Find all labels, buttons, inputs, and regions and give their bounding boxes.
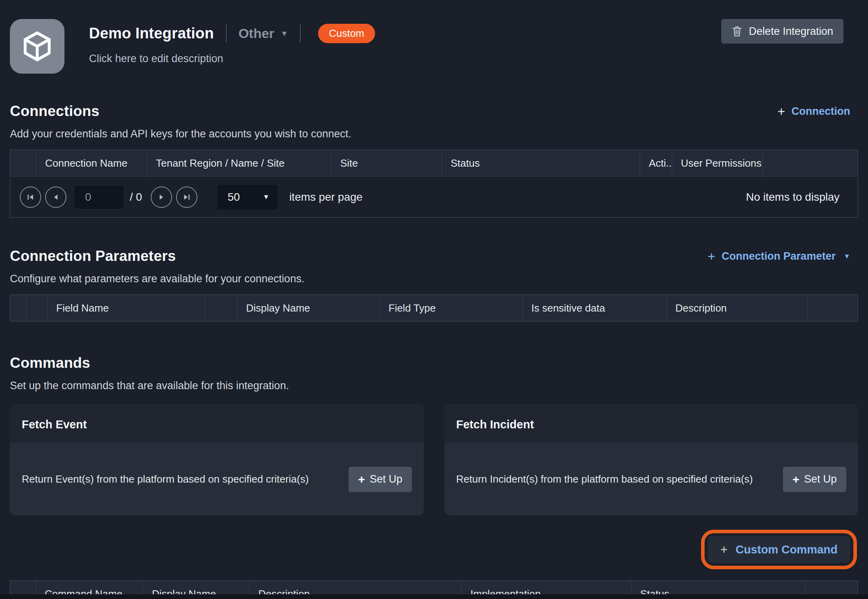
first-page-button[interactable] <box>20 186 41 208</box>
trash-icon <box>732 25 743 37</box>
cube-icon <box>19 28 55 65</box>
commands-section: Commands Set up the commands that are av… <box>10 355 858 599</box>
first-page-icon <box>26 193 35 202</box>
empty-table-message: No items to display <box>746 191 840 203</box>
add-connection-parameter-label: Connection Parameter <box>722 250 836 262</box>
last-page-button[interactable] <box>176 186 197 208</box>
page-size-value: 50 <box>227 191 240 203</box>
chevron-down-icon: ▼ <box>843 253 850 260</box>
header-cell-status: Status <box>442 150 640 176</box>
items-per-page-label: items per page <box>289 191 362 203</box>
header-cell-empty <box>763 150 858 176</box>
connections-title: Connections <box>10 103 99 120</box>
plus-icon: + <box>792 473 800 485</box>
table-body-edge <box>0 594 868 599</box>
header-cell-empty <box>808 295 858 321</box>
edit-description-link[interactable]: Click here to edit description <box>89 53 375 65</box>
plus-icon: + <box>358 473 365 485</box>
fetch-incident-card: Fetch Incident Return Incident(s) from t… <box>444 404 858 515</box>
custom-command-button[interactable]: + Custom Command <box>708 536 850 563</box>
fetch-event-description: Return Event(s) from the platform based … <box>22 473 339 485</box>
fetch-event-card: Fetch Event Return Event(s) from the pla… <box>10 404 424 515</box>
commands-title: Commands <box>10 355 90 371</box>
add-connection-parameter-button[interactable]: + Connection Parameter ▼ <box>708 250 850 263</box>
connection-parameters-table-header: Field Name Display Name Field Type Is se… <box>10 295 858 321</box>
connections-pagination: / 0 <box>10 176 858 217</box>
fetch-incident-setup-button[interactable]: + Set Up <box>783 467 846 492</box>
delete-integration-label: Delete Integration <box>749 25 833 38</box>
next-page-icon <box>157 193 166 202</box>
integration-settings-page: Demo Integration Other ▼ Custom Click he… <box>0 0 868 594</box>
header-cell-description: Description <box>667 295 808 321</box>
setup-button-label: Set Up <box>804 473 837 485</box>
plus-icon: + <box>708 250 715 263</box>
header-cell-select <box>10 150 36 176</box>
header-cell-site: Site <box>332 150 442 176</box>
connections-section: Connections + Connection Add your creden… <box>10 103 858 218</box>
plus-icon: + <box>720 543 728 556</box>
commands-subtitle: Set up the commands that are available f… <box>10 380 858 392</box>
header-cell-field-name: Field Name <box>47 295 205 321</box>
header-cell-actions: Acti... <box>640 150 672 176</box>
chevron-down-icon: ▼ <box>280 30 288 37</box>
divider <box>300 25 301 43</box>
header-cell-connection-name: Connection Name <box>36 150 147 176</box>
fetch-incident-title: Fetch Incident <box>456 418 846 431</box>
command-cards: Fetch Event Return Event(s) from the pla… <box>10 404 858 515</box>
integration-logo <box>10 19 64 74</box>
prev-page-button[interactable] <box>45 186 66 208</box>
connection-parameters-subtitle: Configure what parameters are available … <box>10 273 858 285</box>
header-cell-drag <box>10 295 27 321</box>
add-connection-label: Connection <box>792 105 851 118</box>
page-size-select[interactable]: 50 ▼ <box>217 185 277 209</box>
connections-table-header: Connection Name Tenant Region / Name / S… <box>10 150 858 176</box>
connection-parameters-table: Field Name Display Name Field Type Is se… <box>10 295 858 321</box>
delete-integration-button[interactable]: Delete Integration <box>721 19 843 44</box>
plus-icon: + <box>777 105 785 118</box>
custom-command-label: Custom Command <box>735 543 838 556</box>
header-cell-field-type: Field Type <box>380 295 523 321</box>
next-page-button[interactable] <box>151 186 172 208</box>
integration-header: Demo Integration Other ▼ Custom Click he… <box>10 19 858 74</box>
custom-badge: Custom <box>318 24 375 43</box>
category-label: Other <box>239 26 275 41</box>
header-cell-user-permissions: User Permissions <box>672 150 763 176</box>
header-cell-empty <box>205 295 237 321</box>
page-number-input[interactable] <box>74 185 124 209</box>
header-cell-tenant-region: Tenant Region / Name / Site <box>147 150 332 176</box>
last-page-icon <box>182 193 191 202</box>
fetch-incident-description: Return Incident(s) from the platform bas… <box>456 473 773 485</box>
connections-table: Connection Name Tenant Region / Name / S… <box>10 150 858 218</box>
fetch-event-title: Fetch Event <box>22 418 412 431</box>
fetch-event-setup-button[interactable]: + Set Up <box>349 467 412 492</box>
page-title: Demo Integration <box>89 25 214 42</box>
header-cell-display-name: Display Name <box>237 295 380 321</box>
connection-parameters-title: Connection Parameters <box>10 248 176 264</box>
connection-parameters-section: Connection Parameters + Connection Param… <box>10 248 858 321</box>
divider <box>226 25 227 43</box>
chevron-down-icon: ▼ <box>263 193 269 201</box>
page-total-label: / 0 <box>130 191 142 203</box>
category-dropdown[interactable]: Other ▼ <box>239 26 288 41</box>
connections-subtitle: Add your credentials and API keys for th… <box>10 128 858 140</box>
header-cell-sensitive-data: Is sensitive data <box>523 295 667 321</box>
prev-page-icon <box>51 193 60 202</box>
setup-button-label: Set Up <box>370 473 402 485</box>
header-cell-select <box>27 295 47 321</box>
add-connection-button[interactable]: + Connection <box>777 105 850 118</box>
